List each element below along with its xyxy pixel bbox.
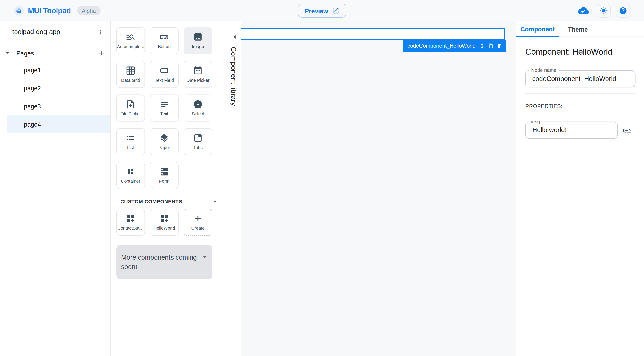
bind-property-button[interactable] <box>622 125 632 136</box>
selection-toolbar: codeComponent_HelloWorld <box>404 40 506 52</box>
text-field-icon <box>160 66 169 76</box>
project-name: toolpad-dog-app <box>12 28 95 36</box>
toolpad-logo-icon <box>16 8 22 14</box>
page-canvas[interactable]: codeComponent_HelloWorld <box>242 22 516 356</box>
tab-component[interactable]: Component <box>516 22 559 37</box>
component-tile-text[interactable]: Text <box>150 94 179 122</box>
mui-toolpad-app: MUI Toolpad Alpha Preview <box>0 0 644 356</box>
component-tile-helloworld[interactable]: HelloWorld <box>150 209 179 236</box>
arrow-drop-down-circle-icon <box>193 99 203 109</box>
manage-search-icon <box>126 32 136 42</box>
light-mode-icon <box>600 6 608 15</box>
tile-label: Text <box>160 111 168 116</box>
sidebar-item-page3[interactable]: page3 <box>8 97 110 115</box>
add-page-button[interactable] <box>96 48 106 58</box>
dns-icon <box>160 167 169 177</box>
pages-list: page1 page2 page3 page4 <box>0 61 110 133</box>
arrow-drop-down-icon <box>4 49 12 56</box>
preview-button[interactable]: Preview <box>298 4 346 18</box>
inspector-divider <box>525 93 635 94</box>
custom-components-header: CUSTOM COMPONENTS <box>120 198 219 206</box>
custom-components-label: CUSTOM COMPONENTS <box>120 199 211 204</box>
library-collapse-button[interactable] <box>230 32 240 42</box>
selected-node-name: codeComponent_HelloWorld <box>408 43 476 49</box>
component-tile-date-picker[interactable]: Date Picker <box>184 61 212 88</box>
selected-component-helloworld[interactable] <box>242 28 505 40</box>
tab-theme[interactable]: Theme <box>559 22 597 37</box>
plus-icon <box>97 49 105 57</box>
tile-label: Autocomplete <box>117 44 144 49</box>
component-tile-autocomplete[interactable]: Autocomplete <box>116 27 145 54</box>
sidebar-item-page1[interactable]: page1 <box>8 61 110 79</box>
tile-label: Container <box>121 179 140 184</box>
pages-header: Pages <box>0 46 110 60</box>
tile-label: Create <box>192 226 205 230</box>
project-row: toolpad-dog-app <box>0 22 110 43</box>
help-button[interactable] <box>616 4 630 18</box>
component-tile-list[interactable]: List <box>116 128 145 155</box>
component-tile-button[interactable]: Button <box>150 27 179 54</box>
custom-section-collapse-button[interactable] <box>211 198 219 206</box>
component-tile-container[interactable]: Container <box>116 162 145 189</box>
component-tile-data-grid[interactable]: Data Grid <box>116 61 145 88</box>
tile-label: Paper <box>158 145 170 150</box>
component-tile-select[interactable]: Select <box>184 94 212 122</box>
drag-indicator-icon[interactable] <box>479 42 484 49</box>
tile-label: Date Picker <box>186 78 210 82</box>
tile-label: Data Grid <box>121 78 140 82</box>
component-tile-text-field[interactable]: Text Field <box>150 61 179 88</box>
component-inspector-title: Component: HelloWorld <box>525 47 612 56</box>
delete-icon[interactable] <box>497 42 502 49</box>
tile-label: File Picker <box>120 111 141 116</box>
list-icon <box>126 133 136 143</box>
notes-icon <box>160 99 169 109</box>
arrow-left-icon <box>231 33 239 41</box>
properties-section-label: PROPERTIES: <box>525 103 562 109</box>
sidebar-item-page4[interactable]: page4 <box>8 115 110 133</box>
image-icon <box>193 32 203 42</box>
calendar-icon <box>193 66 203 76</box>
component-library-vertical-label: Component library <box>229 47 238 106</box>
tile-label: Form <box>159 179 170 184</box>
page-item-label: page2 <box>24 84 41 91</box>
component-tile-form[interactable]: Form <box>150 162 179 189</box>
create-component-tile[interactable]: Create <box>184 209 212 236</box>
component-tile-file-picker[interactable]: File Picker <box>116 94 145 122</box>
help-icon <box>619 6 627 15</box>
tile-label: HelloWorld <box>154 226 175 230</box>
msg-field-label: msg <box>528 119 542 124</box>
alpha-badge: Alpha <box>77 6 100 15</box>
tile-label: Select <box>192 111 204 116</box>
layers-icon <box>160 133 169 143</box>
grid-icon <box>126 66 136 76</box>
smart-button-icon <box>160 32 169 42</box>
pages-collapse-button[interactable] <box>4 49 12 56</box>
more-vert-icon <box>97 28 104 36</box>
theme-toggle-button[interactable] <box>597 4 611 18</box>
toolpad-logo <box>14 6 24 16</box>
dashboard-customize-icon <box>160 214 169 224</box>
sidebar-item-page2[interactable]: page2 <box>8 79 110 97</box>
duplicate-icon[interactable] <box>488 43 493 49</box>
coming-soon-expand-button[interactable] <box>201 253 209 261</box>
container-icon <box>126 167 136 177</box>
component-tile-image[interactable]: Image <box>184 27 212 54</box>
tab-label: Component <box>520 25 555 32</box>
tile-label: List <box>127 145 134 150</box>
project-menu-button[interactable] <box>95 26 106 38</box>
hierarchy-sidebar: toolpad-dog-app Pages page1 <box>0 22 111 356</box>
coming-soon-notice: More components coming soon! <box>116 245 212 279</box>
node-name-field-label: Node name <box>529 67 558 73</box>
pages-section-label: Pages <box>16 50 96 56</box>
component-tile-paper[interactable]: Paper <box>150 128 179 155</box>
tile-label: Text Field <box>155 78 174 82</box>
add-link-icon <box>622 126 631 135</box>
tab-icon <box>193 133 203 143</box>
component-tile-contactsta[interactable]: ContactSta… <box>116 209 145 236</box>
component-tile-tabs[interactable]: Tabs <box>184 128 212 155</box>
cloud-done-icon <box>578 5 589 16</box>
arrow-drop-down-icon <box>201 253 209 261</box>
open-in-new-icon <box>332 7 339 14</box>
component-library-panel: Autocomplete Button Image Data Grid Text… <box>111 22 242 356</box>
tile-label: Button <box>158 44 170 49</box>
